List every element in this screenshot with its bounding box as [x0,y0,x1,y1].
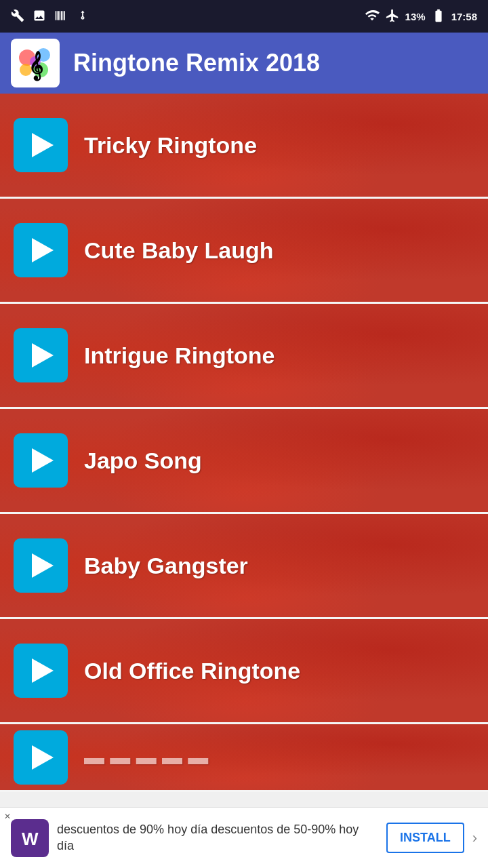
play-icon [32,553,54,578]
play-icon [32,745,54,770]
install-button[interactable]: INSTALL [386,823,464,853]
play-icon [32,133,54,157]
battery-icon [431,8,446,25]
status-right-icons: 13% 17:58 [365,8,477,25]
song-title-6: Old Office Ringtone [84,658,300,684]
song-title-5: Baby Gangster [84,553,248,579]
content-area: Tricky Ringtone Cute Baby Laugh Intrigue… [0,94,488,868]
ad-arrow-icon: › [472,829,477,847]
play-button-1[interactable] [14,118,68,172]
list-item[interactable]: Japo Song [0,409,488,514]
play-button-2[interactable] [14,223,68,277]
image-icon [33,9,46,24]
wifi-icon [365,8,380,25]
battery-text: 13% [405,11,426,22]
usb-icon [76,9,89,24]
play-button-3[interactable] [14,328,68,382]
song-title-1: Tricky Ringtone [84,132,257,159]
song-title-3: Intrigue Ringtone [84,342,274,369]
app-logo: 𝄞 [11,39,60,87]
app-title: Ringtone Remix 2018 [73,49,320,77]
song-list: Tricky Ringtone Cute Baby Laugh Intrigue… [0,94,488,792]
play-button-4[interactable] [14,433,68,488]
play-button-7[interactable] [14,730,68,785]
wrench-icon [11,9,24,24]
ad-banner: ✕ W descuentos de 90% hoy día descuentos… [0,807,488,868]
song-title-7: ▬ ▬ ▬ ▬ ▬ [84,746,208,769]
ad-description: descuentos de 90% hoy día descuentos de … [57,822,378,854]
song-title-2: Cute Baby Laugh [84,237,274,264]
svg-text:𝄞: 𝄞 [28,51,43,81]
airplane-icon [385,8,400,25]
list-item[interactable]: ▬ ▬ ▬ ▬ ▬ [0,724,488,792]
list-item[interactable]: Intrigue Ringtone [0,304,488,409]
play-button-5[interactable] [14,538,68,593]
play-button-6[interactable] [14,644,68,698]
status-bar: 13% 17:58 [0,0,488,33]
play-icon [32,343,54,368]
list-item[interactable]: Tricky Ringtone [0,94,488,199]
song-title-4: Japo Song [84,448,202,474]
list-item[interactable]: Cute Baby Laugh [0,199,488,304]
app-header: 𝄞 Ringtone Remix 2018 [0,33,488,94]
play-icon [32,448,54,473]
ad-logo: W [11,819,49,857]
status-icons [11,9,89,24]
list-item[interactable]: Old Office Ringtone [0,619,488,724]
play-icon [32,658,54,683]
barcode-icon [54,9,68,24]
play-icon [32,238,54,262]
ad-close-button[interactable]: ✕ [4,812,11,821]
time: 17:58 [451,11,477,22]
list-item[interactable]: Baby Gangster [0,514,488,619]
svg-text:W: W [22,829,39,849]
